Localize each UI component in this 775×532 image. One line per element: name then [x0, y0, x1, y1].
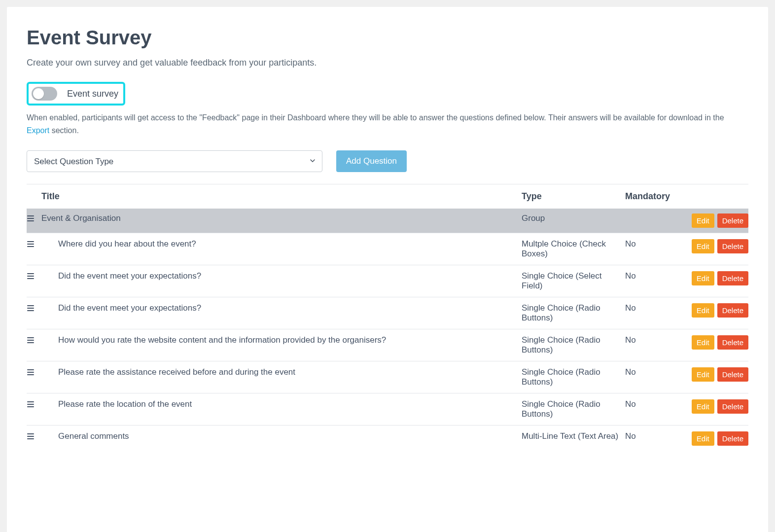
edit-button[interactable]: Edit: [692, 335, 714, 350]
event-survey-toggle-highlight: Event survey: [27, 82, 125, 106]
row-mandatory: No: [625, 239, 684, 249]
edit-button[interactable]: Edit: [692, 367, 714, 382]
drag-handle-icon[interactable]: [27, 240, 35, 248]
row-type: Single Choice (Radio Buttons): [522, 399, 625, 419]
delete-button[interactable]: Delete: [717, 303, 748, 318]
controls-row: Select Question Type Add Question: [27, 150, 748, 172]
event-survey-toggle[interactable]: [32, 87, 57, 101]
header-type: Type: [522, 191, 625, 202]
delete-button[interactable]: Delete: [717, 239, 748, 253]
delete-button[interactable]: Delete: [717, 367, 748, 382]
questions-table: Title Type Mandatory Event & Organisatio…: [27, 184, 748, 452]
row-title: Did the event meet your expectations?: [41, 303, 522, 313]
row-title: Did the event meet your expectations?: [41, 271, 522, 281]
event-survey-toggle-label: Event survey: [67, 89, 118, 99]
question-type-select[interactable]: Select Question Type: [27, 150, 322, 172]
toggle-knob: [33, 88, 44, 99]
header-title: Title: [41, 191, 522, 202]
help-text: When enabled, participants will get acce…: [27, 111, 748, 137]
row-title: How would you rate the website content a…: [41, 335, 522, 345]
row-mandatory: No: [625, 431, 684, 441]
delete-button[interactable]: Delete: [717, 213, 748, 228]
delete-button[interactable]: Delete: [717, 431, 748, 446]
question-type-select-wrap: Select Question Type: [27, 150, 322, 172]
add-question-button[interactable]: Add Question: [336, 150, 407, 172]
row-mandatory: No: [625, 367, 684, 377]
row-type: Single Choice (Radio Buttons): [522, 303, 625, 323]
edit-button[interactable]: Edit: [692, 213, 714, 228]
drag-handle-icon[interactable]: [27, 304, 35, 312]
row-mandatory: No: [625, 335, 684, 345]
row-type: Multple Choice (Check Boxes): [522, 239, 625, 259]
drag-handle-icon[interactable]: [27, 400, 35, 408]
row-title: Please rate the location of the event: [41, 399, 522, 409]
row-title: General comments: [41, 431, 522, 441]
row-type: Group: [522, 213, 625, 223]
table-row: Event & OrganisationGroupEditDelete: [27, 209, 748, 233]
row-type: Multi-Line Text (Text Area): [522, 431, 625, 441]
table-row: Did the event meet your expectations?Sin…: [27, 297, 748, 329]
row-mandatory: No: [625, 271, 684, 281]
table-header: Title Type Mandatory: [27, 184, 748, 209]
edit-button[interactable]: Edit: [692, 431, 714, 446]
row-mandatory: No: [625, 399, 684, 409]
page-title: Event Survey: [27, 27, 748, 49]
drag-handle-icon[interactable]: [27, 214, 35, 222]
row-type: Single Choice (Radio Buttons): [522, 335, 625, 355]
table-row: How would you rate the website content a…: [27, 329, 748, 361]
help-text-suffix: section.: [49, 126, 79, 135]
drag-handle-icon[interactable]: [27, 368, 35, 376]
row-mandatory: No: [625, 303, 684, 313]
row-title: Event & Organisation: [41, 213, 522, 223]
page-subtitle: Create your own survey and get valuable …: [27, 58, 748, 68]
delete-button[interactable]: Delete: [717, 399, 748, 414]
edit-button[interactable]: Edit: [692, 399, 714, 414]
table-row: Did the event meet your expectations?Sin…: [27, 265, 748, 297]
edit-button[interactable]: Edit: [692, 271, 714, 285]
table-row: General commentsMulti-Line Text (Text Ar…: [27, 425, 748, 452]
row-title: Where did you hear about the event?: [41, 239, 522, 249]
table-row: Where did you hear about the event?Multp…: [27, 233, 748, 265]
table-row: Please rate the assistance received befo…: [27, 361, 748, 393]
drag-handle-icon[interactable]: [27, 432, 35, 440]
header-mandatory: Mandatory: [625, 191, 684, 202]
row-title: Please rate the assistance received befo…: [41, 367, 522, 377]
drag-handle-icon[interactable]: [27, 336, 35, 344]
delete-button[interactable]: Delete: [717, 335, 748, 350]
page-container: Event Survey Create your own survey and …: [7, 7, 768, 532]
table-body: Event & OrganisationGroupEditDeleteWhere…: [27, 209, 748, 452]
help-text-prefix: When enabled, participants will get acce…: [27, 113, 724, 122]
delete-button[interactable]: Delete: [717, 271, 748, 285]
row-type: Single Choice (Radio Buttons): [522, 367, 625, 387]
row-type: Single Choice (Select Field): [522, 271, 625, 291]
drag-handle-icon[interactable]: [27, 272, 35, 280]
table-row: Please rate the location of the eventSin…: [27, 393, 748, 425]
export-link[interactable]: Export: [27, 126, 49, 135]
edit-button[interactable]: Edit: [692, 239, 714, 253]
edit-button[interactable]: Edit: [692, 303, 714, 318]
